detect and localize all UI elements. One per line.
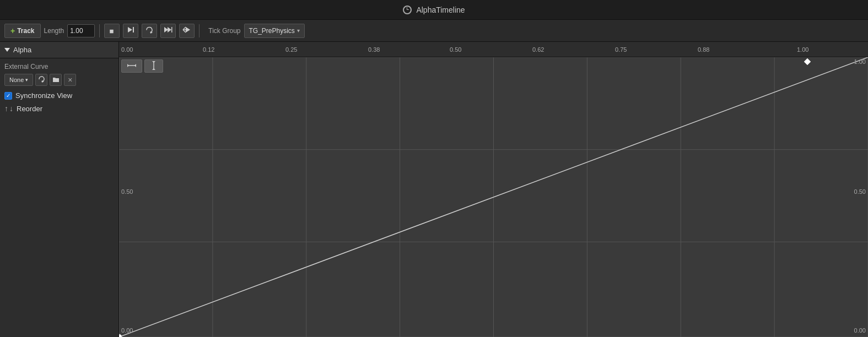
reorder-down-icon[interactable]: ↓ (9, 104, 13, 113)
clock-icon (403, 6, 412, 14)
alpha-header: Alpha (0, 42, 118, 58)
alpha-label: Alpha (13, 46, 31, 54)
loop-button[interactable] (142, 24, 157, 38)
reorder-row: ↑ ↓ Reorder (4, 104, 114, 113)
separator-2 (199, 24, 200, 37)
svg-marker-3 (164, 27, 168, 32)
track-button-label: Track (17, 27, 34, 35)
separator-1 (99, 24, 100, 37)
tick-group-dropdown[interactable]: TG_PrePhysics ▾ (244, 24, 305, 38)
ruler: 0.00 0.12 0.25 0.38 0.50 0.62 0.75 0.88 … (119, 42, 868, 57)
play-step-button[interactable] (160, 24, 176, 38)
svg-marker-9 (186, 27, 190, 32)
keyframe-button[interactable]: ◆ (104, 24, 120, 38)
y-label-bot-right: 0.00 (854, 327, 866, 334)
fan-button[interactable] (179, 24, 195, 38)
svg-marker-21 (127, 64, 129, 67)
reorder-label: Reorder (17, 105, 42, 113)
diamond-icon: ◆ (107, 26, 116, 35)
svg-marker-0 (128, 27, 132, 32)
window-title: AlphaTimeline (416, 6, 465, 14)
svg-marker-42 (804, 58, 811, 65)
fit-horizontal-button[interactable] (121, 59, 142, 73)
svg-marker-4 (168, 27, 171, 32)
external-curve-section: External Curve None ▾ (0, 58, 118, 117)
chart-tools (121, 59, 163, 73)
svg-rect-5 (171, 27, 172, 32)
synchronize-checkbox[interactable]: ✓ (4, 92, 12, 100)
synchronize-label: Synchronize View (15, 91, 72, 100)
play-forward-button[interactable] (123, 24, 138, 38)
y-label-top-right: 1.00 (854, 58, 866, 65)
checkmark-icon: ✓ (6, 93, 10, 99)
svg-text:0.12: 0.12 (203, 46, 214, 53)
none-dropdown-button[interactable]: None ▾ (4, 74, 33, 86)
play-forward-icon (127, 26, 134, 35)
browse-icon-button[interactable] (50, 74, 62, 86)
reorder-up-icon[interactable]: ↑ (4, 104, 8, 113)
refresh-icon-button[interactable] (35, 74, 47, 86)
svg-text:0.62: 0.62 (532, 46, 544, 53)
svg-text:0.25: 0.25 (285, 46, 297, 53)
y-label-bot-left: 0.00 (121, 327, 133, 334)
refresh-icon (38, 75, 45, 84)
close-icon: × (68, 75, 72, 84)
svg-text:1.00: 1.00 (797, 46, 808, 53)
none-label: None (9, 77, 24, 83)
none-dropdown-arrow-icon: ▾ (25, 77, 28, 83)
fit-vertical-icon (150, 61, 157, 72)
tick-group-label: Tick Group (208, 27, 240, 35)
svg-marker-22 (134, 64, 136, 67)
left-panel: Alpha External Curve None ▾ (0, 42, 119, 337)
chart-area: 0.00 0.12 0.25 0.38 0.50 0.62 0.75 0.88 … (119, 42, 868, 337)
svg-marker-25 (152, 68, 155, 70)
fit-vertical-button[interactable] (144, 59, 163, 73)
reorder-arrows: ↑ ↓ (4, 104, 13, 113)
svg-text:0.50: 0.50 (450, 46, 461, 53)
fan-icon (182, 26, 191, 35)
plus-icon: + (10, 26, 15, 35)
tick-group-value: TG_PrePhysics (249, 27, 295, 35)
y-label-mid-right: 0.50 (854, 188, 866, 195)
add-track-button[interactable]: + Track (4, 24, 41, 38)
length-input[interactable] (67, 24, 95, 37)
chart-canvas: 1.00 0.50 0.00 1.00 0.50 0.00 (119, 57, 868, 337)
title-bar-content: AlphaTimeline (403, 6, 465, 14)
title-bar: AlphaTimeline (0, 0, 868, 20)
y-label-mid-left: 0.50 (121, 188, 133, 195)
svg-marker-24 (152, 61, 155, 63)
play-step-icon (164, 26, 172, 35)
loop-icon (145, 26, 153, 35)
toolbar: + Track Length ◆ (0, 20, 868, 42)
main-content: Alpha External Curve None ▾ (0, 42, 868, 337)
svg-text:0.75: 0.75 (615, 46, 627, 53)
collapse-arrow-icon[interactable] (4, 48, 10, 52)
svg-text:0.88: 0.88 (698, 46, 709, 53)
svg-text:0.38: 0.38 (368, 46, 380, 53)
dropdown-arrow-icon: ▾ (297, 28, 300, 34)
svg-rect-1 (133, 27, 134, 32)
external-curve-controls: None ▾ (4, 74, 114, 86)
fit-horizontal-icon (127, 62, 136, 70)
external-curve-label: External Curve (4, 63, 114, 70)
folder-icon (52, 76, 60, 84)
clear-icon-button[interactable]: × (64, 74, 76, 86)
svg-text:0.00: 0.00 (121, 46, 133, 53)
length-label: Length (44, 27, 64, 35)
svg-point-40 (119, 334, 122, 337)
synchronize-row: ✓ Synchronize View (4, 91, 114, 100)
